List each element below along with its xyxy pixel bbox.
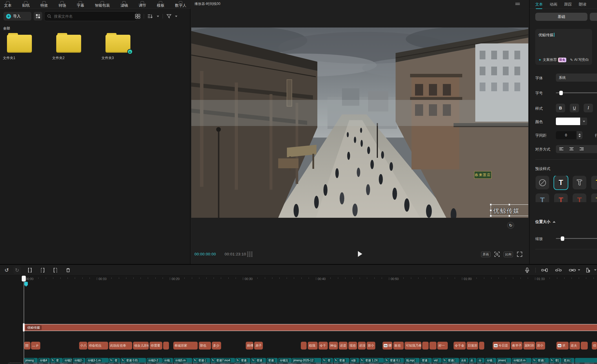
video-clip[interactable]: ↻变 [109, 358, 120, 364]
video-clip[interactable]: 分镜 [485, 358, 496, 364]
selection-handle[interactable] [508, 204, 510, 206]
grid-view-icon[interactable] [135, 14, 140, 19]
video-clip[interactable]: ↻变 [322, 358, 333, 364]
undo-button[interactable]: ↺ [3, 266, 10, 274]
subtitle-clip[interactable]: 你命犯生 [88, 342, 108, 350]
preset-tile[interactable] [536, 176, 549, 189]
video-clip[interactable]: 变速 [267, 358, 278, 364]
align-left-icon[interactable] [559, 147, 564, 151]
video-clip[interactable]: ↻变速 [334, 358, 349, 364]
ratio-button[interactable]: 比例 [504, 252, 513, 257]
video-clip[interactable]: ↻变速( [442, 358, 459, 364]
preset-tile[interactable]: T [536, 193, 549, 202]
search-box[interactable] [44, 11, 137, 21]
subtitle-clip[interactable]: 届时邪 [523, 342, 535, 350]
subtitle-clip[interactable]: 可知我乃奉 [405, 342, 421, 350]
player-menu-icon[interactable] [515, 2, 520, 6]
inspector-tab-朗读[interactable]: 朗读 [579, 2, 586, 7]
text-track-clip[interactable]: 优鲸传媒 [24, 324, 597, 331]
preset-tile[interactable]: T [554, 193, 568, 202]
split-button[interactable] [26, 266, 34, 274]
video-clip[interactable]: 分镜3-1.m [86, 358, 109, 364]
record-voiceover-button[interactable] [523, 266, 531, 274]
timeline-ruler[interactable]: 00:0000:1000:2000:3000:4000:5001:0001:10 [24, 276, 597, 283]
video-clip[interactable]: ↻变速 [251, 358, 266, 364]
subtitle-clip[interactable]: 那也 [199, 342, 211, 350]
zoom-frame-button[interactable] [494, 251, 500, 257]
bold-button[interactable]: B [556, 104, 565, 112]
chevron-down-icon[interactable] [157, 16, 159, 17]
subtitle-clip[interactable]: 敢在 [393, 342, 404, 350]
subtitle-clip[interactable]: 还没 [358, 342, 366, 350]
folder-add-badge[interactable]: + [127, 49, 133, 54]
slider-thumb[interactable] [559, 91, 563, 95]
video-clip[interactable]: ↻变速 1.2X [360, 358, 384, 364]
subtitle-clip[interactable] [581, 342, 588, 350]
linkage-button[interactable] [555, 266, 562, 274]
subtitle-clip[interactable]: Aa求 [556, 342, 569, 350]
video-clip[interactable]: ↻变速 0.) [384, 358, 404, 364]
menu-tab-转场[interactable]: 转场 [59, 1, 66, 7]
video-clip[interactable]: ↻变速7.mo4 [211, 358, 235, 364]
menu-tab-字幕[interactable]: 字幕 [77, 1, 84, 7]
video-clip[interactable]: ↻变( [549, 358, 562, 364]
video-clip[interactable]: vid [432, 358, 442, 364]
import-button[interactable]: + 导入 [3, 12, 31, 21]
subtitle-clip[interactable] [422, 342, 429, 350]
delete-button[interactable] [64, 266, 72, 274]
subtitle-clip[interactable]: 好一 [437, 342, 448, 350]
playhead-pin[interactable] [24, 282, 28, 286]
subtitle-clip[interactable]: 夜半子 [511, 342, 523, 350]
subtitle-clip[interactable]: 小八 [79, 342, 87, 350]
subtitle-clip[interactable]: 奉城苏家 [173, 342, 198, 350]
menu-tab-贴纸[interactable]: 贴纸 [22, 1, 30, 7]
align-right-icon[interactable] [579, 147, 584, 151]
video-clip[interactable]: 抵.mp( [405, 358, 420, 364]
video-clip[interactable]: a放 [350, 358, 359, 364]
subtitle-clip[interactable]: 神仙 [329, 342, 338, 350]
video-clip[interactable]: 丛& [460, 358, 468, 364]
folder-item[interactable]: 文件夹2 [52, 32, 89, 61]
scale-slider[interactable] [556, 238, 597, 239]
segments-icon[interactable] [247, 252, 252, 257]
subtitle-clip[interactable]: 但 [592, 342, 597, 350]
text-overlay[interactable]: 优鲸传媒 [493, 207, 520, 215]
select-mode-button[interactable] [585, 266, 592, 274]
video-clip[interactable]: jimeng-2025-12 [292, 358, 321, 364]
basic-tab[interactable]: 基础 [535, 13, 587, 21]
video-clip[interactable]: 丛 [469, 358, 476, 364]
video-clip[interactable]: ↻变 [50, 358, 63, 364]
material-grid-button[interactable] [34, 12, 42, 21]
preset-tile[interactable]: T [591, 176, 597, 189]
video-clip[interactable]: jimen( [497, 358, 511, 364]
video-clip[interactable]: 老夫( [562, 358, 574, 364]
folder-item[interactable]: 文件夹1 [3, 32, 39, 61]
filter-icon[interactable] [166, 14, 172, 19]
video-clip[interactable]: 分镜3-2 [147, 358, 162, 364]
subtitle-clip[interactable]: 他女儿苏倾城 [133, 342, 149, 350]
italic-button[interactable]: I [584, 104, 593, 112]
link-button[interactable] [569, 266, 576, 274]
position-size-header[interactable]: 位置大小 [535, 219, 556, 224]
subtitle-clip[interactable]: 苏小 [536, 342, 545, 350]
subtitle-clip[interactable]: 令千 [318, 342, 328, 350]
inspector-tab-动画[interactable]: 动画 [550, 2, 557, 7]
video-clip[interactable]: ↻变速 [235, 358, 250, 364]
font-size-slider[interactable] [556, 92, 597, 93]
inspector-tab-跟踪[interactable]: 跟踪 [564, 2, 572, 7]
subtitle-clip[interactable]: 现在 [348, 342, 357, 350]
menu-tab-模板[interactable]: 模板 [157, 1, 164, 7]
subtitle-clip[interactable] [479, 342, 484, 350]
video-clip[interactable]: ↻变速( [532, 358, 549, 364]
video-clip[interactable] [575, 358, 597, 364]
video-clip[interactable]: 分镜5.m [174, 358, 192, 364]
video-clip[interactable]: jimeng [24, 358, 38, 364]
selection-handle[interactable] [490, 215, 492, 217]
play-button[interactable] [358, 251, 364, 257]
video-clip[interactable]: 分镜2 [63, 358, 72, 364]
video-clip[interactable]: 分镜1( [278, 358, 292, 364]
subtitle-clip[interactable]: 弟子 [254, 342, 263, 350]
subtitle-clip[interactable]: 你需要 [150, 342, 162, 350]
inspector-tab-文本[interactable]: 文本 [535, 2, 543, 7]
video-clip[interactable]: 分镜2- [73, 358, 85, 364]
